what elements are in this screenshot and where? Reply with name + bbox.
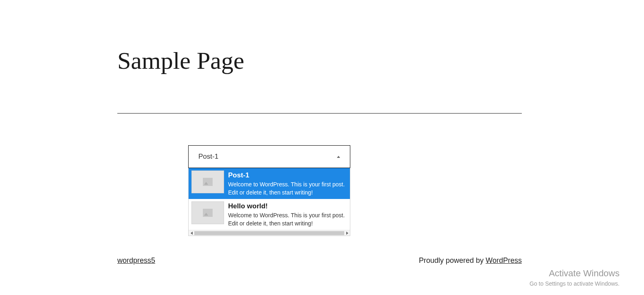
- windows-activation-subtitle: Go to Settings to activate Windows.: [530, 280, 620, 287]
- windows-activation-watermark: Activate Windows: [549, 268, 620, 279]
- scroll-left-arrow-icon[interactable]: [189, 230, 194, 236]
- image-icon: [203, 178, 213, 186]
- caret-up-icon: [337, 156, 340, 158]
- dropdown-item-title: Hello world!: [228, 202, 347, 210]
- dropdown-item-hello-world[interactable]: Hello world! Welcome to WordPress. This …: [189, 199, 350, 230]
- dropdown-combobox: Post-1 Post-1 Welcome to WordPress. This…: [188, 145, 350, 236]
- footer-left: wordpress5: [117, 256, 155, 265]
- footer-right: Proudly powered by WordPress: [419, 256, 522, 265]
- page-title: Sample Page: [117, 47, 244, 75]
- wordpress-link[interactable]: WordPress: [486, 256, 522, 264]
- horizontal-scrollbar[interactable]: [189, 230, 350, 236]
- dropdown-item-description: Welcome to WordPress. This is your first…: [228, 212, 347, 227]
- image-icon: [203, 209, 213, 217]
- dropdown-selected-text: Post-1: [198, 153, 218, 161]
- dropdown-item-description: Welcome to WordPress. This is your first…: [228, 181, 347, 197]
- footer: wordpress5 Proudly powered by WordPress: [117, 256, 522, 265]
- dropdown-item-text: Hello world! Welcome to WordPress. This …: [228, 201, 347, 227]
- dropdown-item-post-1[interactable]: Post-1 Welcome to WordPress. This is you…: [189, 168, 350, 199]
- powered-by-text: Proudly powered by: [419, 256, 486, 264]
- scrollbar-track[interactable]: [194, 231, 344, 235]
- dropdown-list: Post-1 Welcome to WordPress. This is you…: [188, 168, 350, 236]
- site-link[interactable]: wordpress5: [117, 256, 155, 264]
- thumbnail-placeholder-icon: [191, 170, 224, 193]
- thumbnail-placeholder-icon: [191, 201, 224, 224]
- dropdown-selected[interactable]: Post-1: [188, 145, 350, 168]
- dropdown-item-title: Post-1: [228, 171, 347, 179]
- scroll-right-arrow-icon[interactable]: [344, 230, 350, 236]
- dropdown-item-text: Post-1 Welcome to WordPress. This is you…: [228, 170, 347, 197]
- horizontal-divider: [117, 113, 522, 114]
